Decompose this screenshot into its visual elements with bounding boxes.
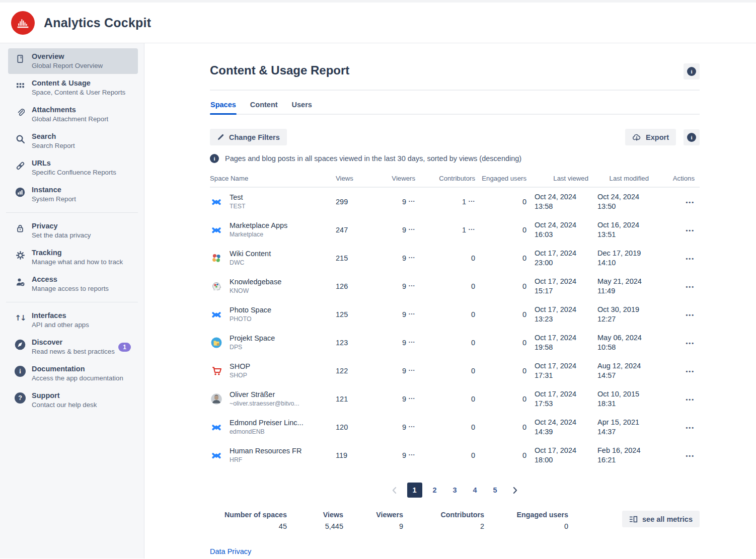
- pagination-page-3[interactable]: 3: [447, 483, 463, 498]
- row-actions-button[interactable]: •••: [686, 227, 695, 233]
- sidebar-item-content-usage[interactable]: Content & UsageSpace, Content & User Rep…: [8, 75, 138, 101]
- data-privacy-link[interactable]: Data Privacy: [210, 547, 251, 555]
- cart-space-icon: [210, 364, 223, 377]
- viewers-value: 9: [402, 254, 406, 262]
- sidebar-item-instance[interactable]: InstanceSystem Report: [8, 182, 138, 207]
- viewers-more-button[interactable]: •••: [409, 227, 415, 231]
- row-actions-button[interactable]: •••: [686, 453, 695, 459]
- sidebar-item-overview[interactable]: OverviewGlobal Report Overview: [8, 48, 138, 74]
- viewers-more-button[interactable]: •••: [409, 199, 415, 203]
- info-icon: i: [687, 133, 696, 142]
- viewers-more-button[interactable]: •••: [409, 311, 415, 316]
- viewers-value: 9: [402, 423, 406, 431]
- sidebar-item-privacy[interactable]: PrivacySet the data privacy: [8, 218, 138, 244]
- summary-metric-views: Views5,445: [287, 511, 343, 530]
- sidebar-item-label: Interfaces: [32, 311, 89, 321]
- tab-users[interactable]: Users: [291, 101, 313, 114]
- contributors-value: 0: [471, 339, 475, 347]
- viewers-more-button[interactable]: •••: [409, 452, 415, 457]
- pagination-next-button[interactable]: [508, 483, 523, 498]
- column-header-last-viewed: Last viewed: [535, 175, 597, 182]
- row-actions-button[interactable]: •••: [686, 368, 695, 374]
- last-modified-time: 16:21: [597, 455, 663, 465]
- column-header-contributors: Contributors: [416, 175, 479, 182]
- sidebar-item-tracking[interactable]: TrackingManage what and how to track: [8, 245, 138, 270]
- page: Analytics Cockpit OverviewGlobal Report …: [0, 0, 756, 559]
- actions-cell: •••: [663, 254, 700, 262]
- sidebar-item-text: OverviewGlobal Report Overview: [32, 52, 103, 70]
- pagination-page-4[interactable]: 4: [468, 483, 483, 498]
- sidebar-item-discover[interactable]: DiscoverRead news & best practices1: [8, 334, 138, 360]
- sidebar-item-support[interactable]: ?SupportContact our help desk: [8, 387, 138, 413]
- notification-badge: 1: [118, 343, 131, 352]
- see-all-metrics-label: see all metrics: [642, 515, 693, 523]
- space-key: edmondENB: [230, 428, 304, 436]
- contributors-more-button[interactable]: •••: [469, 227, 475, 231]
- space-name-cell: Photo SpacePHOTO: [210, 305, 336, 324]
- last-viewed-date: Oct 24, 2024: [535, 220, 597, 230]
- last-viewed-cell: Oct 24, 202416:03: [535, 220, 597, 239]
- sidebar-item-text: TrackingManage what and how to track: [32, 248, 123, 267]
- see-all-metrics-button[interactable]: see all metrics: [622, 511, 700, 527]
- contributors-cell: 1•••: [416, 198, 479, 206]
- sidebar-item-sublabel: System Report: [32, 195, 76, 204]
- space-name: Edmond Preiser Linc...: [230, 418, 304, 428]
- viewers-more-button[interactable]: •••: [409, 340, 415, 344]
- sidebar-item-text: DocumentationAccess the app documentatio…: [32, 364, 123, 383]
- actions-cell: •••: [663, 282, 700, 290]
- sidebar-item-sublabel: Contact our help desk: [32, 401, 97, 410]
- pagination-prev-button[interactable]: [387, 483, 402, 498]
- confluence-space-icon: [210, 195, 223, 208]
- last-viewed-cell: Oct 17, 202417:31: [535, 361, 597, 380]
- last-modified-cell: Oct 10, 201518:31: [597, 389, 663, 409]
- change-filters-button[interactable]: Change Filters: [210, 129, 287, 145]
- sidebar-item-text: AttachmentsGlobal Attachment Report: [32, 105, 108, 124]
- sidebar-item-search[interactable]: SearchSearch Report: [8, 128, 138, 154]
- space-name: Photo Space: [230, 305, 271, 315]
- sidebar-item-access[interactable]: AccessManage access to reports: [8, 271, 138, 297]
- viewers-more-button[interactable]: •••: [409, 424, 415, 429]
- pagination-page-5[interactable]: 5: [488, 483, 503, 498]
- viewers-more-button[interactable]: •••: [409, 396, 415, 401]
- sidebar-item-attachments[interactable]: AttachmentsGlobal Attachment Report: [8, 102, 138, 127]
- views-cell: 121: [336, 395, 351, 403]
- export-info-button[interactable]: i: [684, 129, 700, 145]
- space-name-text: Edmond Preiser Linc...edmondENB: [230, 418, 304, 436]
- info-icon: i: [210, 154, 219, 163]
- tab-content[interactable]: Content: [250, 101, 278, 114]
- row-actions-button[interactable]: •••: [686, 284, 695, 290]
- contributors-more-button[interactable]: •••: [469, 199, 475, 203]
- export-button[interactable]: Export: [625, 129, 676, 145]
- viewers-cell: 9•••: [351, 339, 416, 347]
- summary-metric-label: Viewers: [343, 511, 403, 519]
- row-actions-button[interactable]: •••: [686, 425, 695, 431]
- contributors-value: 0: [471, 423, 475, 431]
- last-viewed-date: Oct 24, 2024: [535, 418, 597, 427]
- viewers-more-button[interactable]: •••: [409, 255, 415, 260]
- sidebar-item-interfaces[interactable]: ↑↓InterfacesAPI and other apps: [8, 307, 138, 333]
- row-actions-button[interactable]: •••: [686, 312, 695, 318]
- tab-spaces[interactable]: Spaces: [210, 101, 237, 114]
- space-name-cell: TestTEST: [210, 193, 336, 211]
- sidebar-item-text: InterfacesAPI and other apps: [32, 311, 89, 330]
- row-actions-button[interactable]: •••: [686, 256, 695, 262]
- pagination-page-2[interactable]: 2: [427, 483, 442, 498]
- row-actions-button[interactable]: •••: [686, 199, 695, 205]
- table-header: Space NameViewsViewersContributorsEngage…: [210, 175, 700, 188]
- last-modified-cell: May 06, 202410:58: [597, 333, 663, 352]
- viewers-more-button[interactable]: •••: [409, 283, 415, 288]
- pagination-page-1[interactable]: 1: [407, 483, 422, 498]
- sidebar-item-urls[interactable]: URLsSpecific Confluence Reports: [8, 155, 138, 181]
- row-actions-button[interactable]: •••: [686, 340, 695, 346]
- space-name: Test: [230, 193, 245, 202]
- sidebar-item-documentation[interactable]: iDocumentationAccess the app documentati…: [8, 361, 138, 386]
- space-name: Projekt Space: [230, 334, 275, 343]
- viewers-more-button[interactable]: •••: [409, 368, 415, 372]
- report-info-button[interactable]: i: [684, 63, 700, 79]
- row-actions-button[interactable]: •••: [686, 396, 695, 403]
- sidebar-item-sublabel: Specific Confluence Reports: [32, 168, 116, 177]
- paperclip-icon: [15, 107, 26, 118]
- report-description: Pages and blog posts in all spaces viewe…: [225, 154, 521, 163]
- summary-metric-value: 45: [210, 522, 287, 530]
- sidebar-item-sublabel: Global Report Overview: [32, 61, 103, 70]
